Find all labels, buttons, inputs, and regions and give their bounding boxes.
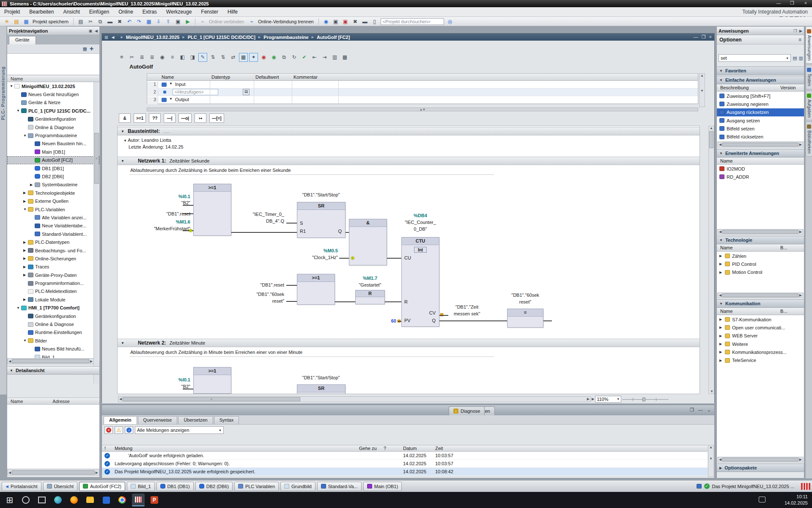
instruction-item[interactable]: Zuweisung negieren [717, 100, 804, 108]
toolbar-icon[interactable]: ✖ [351, 18, 359, 25]
sr-instance-label[interactable]: "DB1"."Start/Stop" [283, 375, 359, 381]
menu-item[interactable]: Ansicht [63, 9, 80, 15]
open-editor-button[interactable]: DB2 (DB6) [195, 482, 233, 491]
menu-item[interactable]: Extras [143, 9, 157, 15]
operand-name[interactable]: "DB1"."Zeit [442, 304, 492, 310]
section-scrollbar[interactable]: ◀▶ [718, 142, 803, 147]
open-editor-button[interactable]: DB1 (DB1) [156, 482, 194, 491]
save-project-button[interactable]: Projekt speichern [33, 19, 69, 24]
section-favoriten[interactable]: ▼Favoriten [717, 66, 804, 75]
sr-instance-label[interactable]: "DB1"."Start/Stop" [283, 192, 359, 198]
tree-item[interactable]: Runtime-Einstellungen [7, 329, 99, 337]
favorite-instruction[interactable]: —[=] [209, 113, 224, 123]
operand-name[interactable]: "IEC_Timer_0_ [236, 211, 284, 218]
taskbar-app-icon[interactable] [132, 494, 145, 506]
tree-item[interactable]: DB1 [DB1] [7, 164, 99, 172]
tree-horizontal-scrollbar[interactable]: ◀▶ [7, 358, 94, 364]
favorite-instruction[interactable]: ↦ [195, 113, 206, 123]
tree-item[interactable]: ▼ PLC-Variablen [7, 205, 99, 213]
message-row[interactable]: 'AutoGolf' wurde erfolgreich geladen. 14… [102, 452, 708, 460]
table-canvas-splitter[interactable]: ▲▼ [147, 108, 698, 111]
menu-item[interactable]: Online [118, 9, 133, 15]
favorite-instruction[interactable]: ?? [149, 113, 161, 123]
toolbar-icon[interactable]: ↷ [135, 18, 143, 25]
taskbar-app-icon[interactable] [148, 494, 161, 506]
db-address[interactable]: %DB4 [395, 213, 446, 219]
menu-item[interactable]: Hilfe [228, 9, 238, 15]
tree-vertical-scrollbar[interactable]: ≡ [93, 82, 99, 384]
interface-scrollbar[interactable]: ▲▼ [699, 73, 705, 107]
db-name[interactable]: 0_DB" [395, 226, 446, 232]
section-technologie[interactable]: ▼Technologie [717, 236, 804, 244]
view-mode2-icon[interactable]: ▥ [799, 55, 803, 61]
menu-item[interactable]: Bearbeiten [29, 9, 54, 15]
tree-item[interactable]: Neues Gerät hinzufügen [7, 90, 99, 98]
canvas-vertical-scrollbar[interactable]: ▲▼ [708, 126, 714, 394]
operand-address[interactable]: %I0.1 [134, 377, 190, 383]
open-editor-button[interactable]: Main (OB1) [363, 482, 402, 491]
section-kommunikation[interactable]: ▼Kommunikation [717, 299, 804, 308]
editor-minimize-icon[interactable]: — [694, 34, 698, 40]
tree-item[interactable]: ▶ Externe Quellen [7, 197, 99, 205]
toolbar-icon[interactable]: ▤ [77, 18, 85, 25]
network1-header[interactable]: ▼ Netzwerk 1: Zeitzähler Sekunde [118, 157, 700, 165]
editor-toolbar-icon[interactable]: ⇄ [229, 53, 238, 62]
operand-name[interactable]: "MerkerFrühstart" [134, 226, 190, 232]
section-scrollbar[interactable]: ◀▶ [718, 293, 803, 298]
editor-toolbar-icon[interactable]: ◉ [269, 53, 278, 62]
operand-name[interactable]: "Gestartet" [345, 282, 395, 288]
editor-toolbar-icon[interactable]: ≣ [148, 53, 156, 62]
taskbar-app-icon[interactable] [84, 494, 96, 506]
taskbar-app-icon[interactable] [52, 494, 64, 506]
db-name[interactable]: "IEC_Counter_ [395, 219, 446, 226]
inspector-subtab[interactable]: Syntax [214, 416, 239, 424]
online-connect-button[interactable]: Online verbinden [209, 19, 244, 24]
detail-view-header[interactable]: ▼Detailansicht [7, 366, 99, 375]
tree-expander-icon[interactable]: ▶ [23, 298, 28, 301]
add-parameter-field[interactable]: <Hinzufügen> [173, 89, 218, 95]
side-tab[interactable]: Bibliotheken [806, 121, 812, 156]
tree-item[interactable]: Online & Diagnose [7, 123, 99, 131]
toolbar-icon[interactable]: ▣ [341, 18, 350, 25]
tree-item[interactable]: Standard-Variablent... [7, 230, 99, 238]
block-title-row[interactable]: ▼Bausteintitel: ..... [118, 127, 700, 135]
taskbar-app-icon[interactable] [36, 494, 48, 506]
operand-name[interactable]: reset" [500, 299, 551, 305]
tree-item[interactable]: Main [OB1] [7, 148, 99, 156]
editor-toolbar-icon[interactable]: ✎ [198, 53, 207, 62]
tree-item[interactable]: ▶ PLC-Datentypen [7, 238, 99, 246]
portal-view-button[interactable]: ◀ Portalansicht [2, 482, 41, 491]
open-editor-button[interactable]: Grundbild [280, 482, 315, 491]
filter-warnings-icon[interactable]: ⚠ [115, 426, 123, 434]
toolbar-icon[interactable]: ⧉ [96, 18, 104, 25]
toolbar-icon[interactable]: ↶ [125, 18, 134, 25]
network1-comment[interactable]: Ablaufsteuerung durch Zeitzählung in Sek… [130, 168, 291, 173]
toolbar-icon[interactable]: ▦ [22, 18, 30, 25]
tree-expander-icon[interactable]: ▶ [23, 191, 28, 195]
editor-maximize-icon[interactable]: ❒ [702, 34, 706, 40]
favorite-instruction[interactable]: —o| [178, 113, 192, 123]
toolbar-icon[interactable]: ▣ [332, 18, 340, 25]
operand-address[interactable]: %M0.5 [282, 248, 338, 254]
editor-toolbar-icon[interactable]: ▥ [330, 53, 339, 62]
disconnect-icon[interactable]: ⌁ [247, 18, 256, 25]
program-canvas[interactable]: ▼Bausteintitel: ..... ▼ Autor: Leandro L… [117, 126, 700, 394]
operand-address[interactable]: %M1.6 [134, 219, 190, 225]
instruction-search-input[interactable]: set▼ [719, 54, 791, 62]
editor-toolbar-icon[interactable]: ⇤ [310, 53, 319, 62]
editor-split-icon[interactable]: ▥ [104, 35, 108, 39]
tree-expander-icon[interactable]: ▼ [23, 339, 28, 342]
project-search-input[interactable] [381, 18, 444, 25]
instruction-folder[interactable]: ▶ TeleService [717, 356, 804, 364]
system-clock[interactable]: 10:11 14.02.2025 [785, 494, 808, 506]
instruction-folder[interactable]: ▶ Open user communicati... [717, 323, 804, 331]
favorite-instruction[interactable]: —| [164, 113, 176, 123]
operand-name[interactable]: "DB1"."60sek [500, 292, 551, 298]
section-einfache-anweisungen[interactable]: ▼Einfache Anweisungen [717, 76, 804, 84]
editor-toolbar-icon[interactable]: ≣ [137, 53, 146, 62]
inspector-float-icon[interactable]: ❒ [690, 407, 694, 413]
instruction-folder[interactable]: ▶ Kommunikationsprozess... [717, 348, 804, 356]
connect-icon[interactable]: ⌁ [198, 18, 207, 25]
side-tab[interactable]: Aufgaben [806, 91, 812, 121]
tree-filter-icon[interactable]: ▦ [82, 46, 87, 52]
